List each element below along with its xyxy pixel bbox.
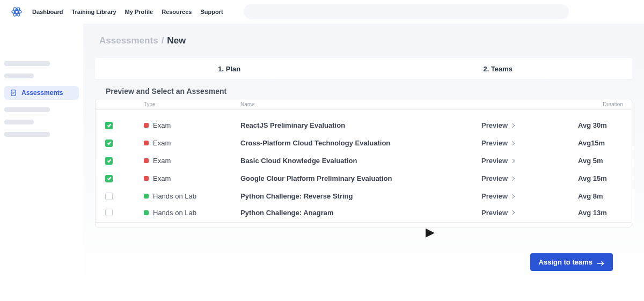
- table-header: Type Name Duration: [96, 99, 632, 110]
- preview-link-label: Preview: [481, 174, 508, 182]
- row-name: Python Challenge: Reverse String: [240, 192, 353, 200]
- sidebar-placeholder: [4, 132, 50, 137]
- sidebar: Assessments: [0, 24, 83, 301]
- preview-link-label: Preview: [481, 192, 508, 200]
- row-name: Cross-Platform Cloud Technology Evaluati…: [240, 139, 390, 147]
- arrow-right-icon: [597, 260, 604, 265]
- nav-training-library[interactable]: Training Library: [71, 9, 116, 15]
- panel-title: Preview and Select an Assesment: [106, 87, 634, 96]
- breadcrumb-current: New: [167, 35, 186, 46]
- preview-link[interactable]: Preview: [481, 121, 514, 129]
- exam-badge-icon: [144, 123, 149, 128]
- sidebar-placeholder: [4, 120, 34, 124]
- row-type: Exam: [153, 174, 171, 182]
- preview-link[interactable]: Preview: [481, 209, 514, 217]
- nav-dashboard[interactable]: Dashboard: [32, 9, 63, 15]
- row-type: Exam: [153, 121, 171, 129]
- table-row: ExamBasic Cloud Knowledge EvaluationPrev…: [96, 152, 632, 170]
- preview-link[interactable]: Preview: [481, 139, 514, 147]
- row-checkbox[interactable]: [105, 193, 113, 200]
- table-row: ExamCross-Platform Cloud Technology Eval…: [96, 134, 632, 152]
- preview-link[interactable]: Preview: [481, 157, 514, 165]
- th-name: Name: [240, 101, 481, 107]
- app-shell: Assessments Assessments / New 1. Plan 2.…: [0, 24, 644, 301]
- row-duration: Avg 5m: [578, 157, 603, 165]
- breadcrumb-parent[interactable]: Assessments: [99, 35, 158, 46]
- exam-badge-icon: [144, 158, 149, 163]
- step-plan[interactable]: 1. Plan: [95, 58, 364, 79]
- row-name: Python Challenge: Anagram: [240, 209, 334, 217]
- top-bar: Dashboard Training Library My Profile Re…: [0, 0, 644, 24]
- row-type: Exam: [153, 139, 171, 147]
- sidebar-placeholder: [4, 74, 34, 78]
- search-container: [244, 4, 569, 19]
- nav-support[interactable]: Support: [200, 9, 223, 15]
- table-row: ExamReactJS Preliminary EvaluationPrevie…: [96, 116, 632, 134]
- chevron-right-icon: [510, 176, 515, 180]
- chevron-right-icon: [510, 141, 515, 145]
- row-name: Basic Cloud Knowledge Evaluation: [240, 157, 357, 165]
- table-row: Hands on LabPython Challenge: AnagramPre…: [96, 205, 632, 223]
- table-row: ExamGoogle Clour Platform Preliminary Ev…: [96, 170, 632, 187]
- footer-actions: Assign to teams: [93, 241, 634, 271]
- main-content: Assessments / New 1. Plan 2. Teams Previ…: [83, 24, 644, 301]
- lab-badge-icon: [144, 210, 149, 215]
- assign-button-label: Assign to teams: [539, 258, 592, 266]
- nav-resources[interactable]: Resources: [162, 9, 192, 15]
- chevron-right-icon: [510, 194, 515, 198]
- preview-link[interactable]: Preview: [481, 192, 514, 200]
- assessments-panel: Type Name Duration ExamReactJS Prelimina…: [95, 99, 632, 227]
- search-input[interactable]: [244, 4, 569, 19]
- clipboard-check-icon: [10, 89, 17, 97]
- row-type: Hands on Lab: [153, 192, 196, 200]
- row-duration: Avg 8m: [578, 192, 603, 200]
- row-checkbox[interactable]: [105, 157, 113, 165]
- row-type: Hands on Lab: [153, 209, 196, 217]
- chevron-right-icon: [510, 123, 515, 127]
- chevron-right-icon: [510, 210, 515, 215]
- row-type: Exam: [153, 157, 171, 165]
- row-checkbox[interactable]: [105, 209, 113, 216]
- row-duration: Avg 15m: [578, 174, 607, 182]
- sidebar-item-label: Assessments: [21, 89, 63, 97]
- row-checkbox[interactable]: [105, 140, 113, 147]
- wizard-steps: 1. Plan 2. Teams: [95, 58, 632, 79]
- row-duration: Avg 30m: [578, 121, 607, 129]
- preview-link-label: Preview: [481, 121, 508, 129]
- row-checkbox[interactable]: [105, 175, 113, 182]
- step-teams[interactable]: 2. Teams: [364, 58, 633, 79]
- top-nav: Dashboard Training Library My Profile Re…: [32, 9, 223, 15]
- nav-my-profile[interactable]: My Profile: [125, 9, 153, 15]
- row-name: ReactJS Preliminary Evaluation: [240, 121, 345, 129]
- table-row: Hands on LabPython Challenge: Reverse St…: [96, 187, 632, 205]
- table-body: ExamReactJS Preliminary EvaluationPrevie…: [96, 110, 632, 227]
- chevron-right-icon: [510, 158, 515, 163]
- sidebar-placeholder: [4, 61, 50, 66]
- preview-link-label: Preview: [481, 157, 508, 165]
- th-type: Type: [133, 101, 240, 107]
- row-checkbox[interactable]: [105, 122, 113, 129]
- preview-link[interactable]: Preview: [481, 174, 514, 182]
- breadcrumb-separator: /: [162, 35, 164, 46]
- th-duration: Duration: [578, 101, 632, 107]
- breadcrumb: Assessments / New: [99, 35, 634, 46]
- sidebar-placeholder: [4, 107, 50, 112]
- svg-point-0: [15, 10, 18, 13]
- row-name: Google Clour Platform Preliminary Evalua…: [240, 174, 392, 182]
- assign-to-teams-button[interactable]: Assign to teams: [530, 253, 613, 271]
- exam-badge-icon: [144, 176, 149, 181]
- exam-badge-icon: [144, 141, 149, 145]
- row-duration: Avg15m: [578, 139, 605, 147]
- app-logo-icon: [11, 6, 23, 18]
- preview-link-label: Preview: [481, 139, 508, 147]
- sidebar-item-assessments[interactable]: Assessments: [4, 86, 79, 100]
- row-duration: Avg 13m: [578, 209, 607, 217]
- lab-badge-icon: [144, 194, 149, 199]
- preview-link-label: Preview: [481, 209, 508, 217]
